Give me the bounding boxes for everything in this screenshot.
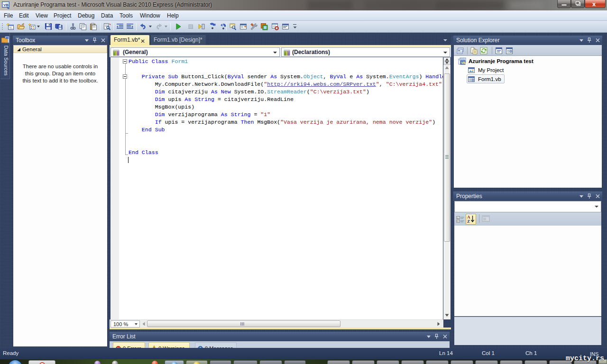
svg-text:VB: VB xyxy=(3,3,9,7)
svg-text:x: x xyxy=(592,0,596,8)
svg-text:Z: Z xyxy=(467,219,470,224)
svg-text:VB: VB xyxy=(461,61,466,64)
svg-text:+: + xyxy=(457,219,459,222)
svg-text:+: + xyxy=(457,216,459,219)
